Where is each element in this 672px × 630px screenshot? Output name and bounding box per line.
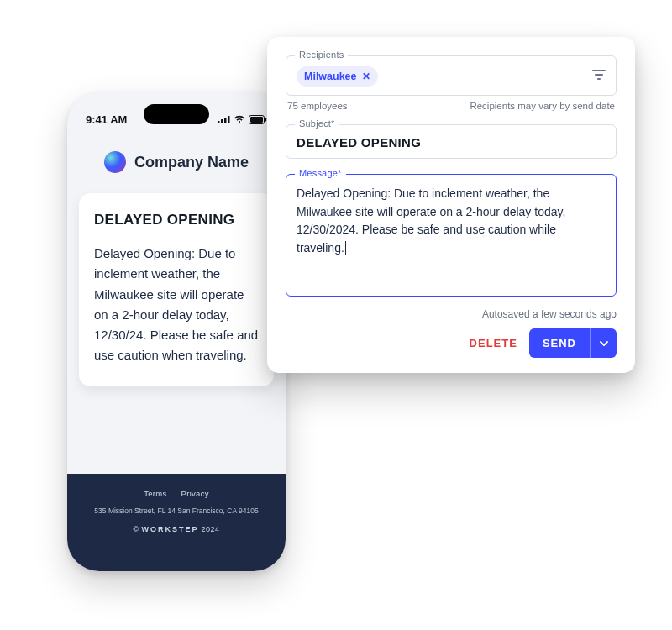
recipient-chip-label: Milwaukee: [304, 71, 357, 82]
svg-rect-9: [597, 78, 601, 80]
close-icon[interactable]: ✕: [362, 71, 370, 81]
send-button-group: SEND: [529, 328, 617, 358]
recipients-vary-note: Recipients may vary by send date: [470, 101, 615, 111]
subject-field[interactable]: Subject* DELAYED OPENING: [286, 124, 617, 159]
svg-rect-3: [228, 116, 230, 123]
message-field[interactable]: Message* Delayed Opening: Due to incleme…: [286, 174, 617, 297]
svg-rect-5: [250, 117, 263, 123]
subject-input[interactable]: DELAYED OPENING: [297, 135, 606, 150]
phone-status-icons: [218, 115, 267, 124]
notification-card-body: Delayed Opening: Due to inclement weathe…: [94, 244, 259, 366]
phone-time: 9:41 AM: [86, 113, 127, 126]
recipients-field[interactable]: Recipients Milwaukee ✕: [286, 55, 617, 96]
svg-rect-2: [224, 118, 227, 123]
svg-rect-0: [218, 121, 220, 123]
message-textarea[interactable]: Delayed Opening: Due to inclement weathe…: [297, 185, 606, 287]
footer-link-terms[interactable]: Terms: [144, 489, 166, 498]
wifi-icon: [234, 115, 245, 123]
svg-rect-7: [592, 70, 606, 71]
svg-rect-8: [595, 74, 603, 76]
subject-label: Subject*: [295, 118, 339, 129]
battery-icon: [249, 115, 267, 124]
notification-card-title: DELAYED OPENING: [94, 212, 259, 228]
svg-rect-1: [221, 119, 223, 123]
phone-mockup: 9:41 AM Company Name DELAYED OPENING Del…: [67, 92, 286, 571]
send-button[interactable]: SEND: [529, 328, 590, 358]
message-text: Delayed Opening: Due to inclement weathe…: [297, 186, 565, 255]
autosave-status: Autosaved a few seconds ago: [286, 308, 617, 320]
recipients-meta-row: 75 employees Recipients may vary by send…: [286, 101, 617, 111]
phone-company-header: Company Name: [67, 133, 286, 193]
phone-notch: [144, 104, 209, 124]
footer-copyright: © WORKSTEP 2024: [67, 525, 286, 533]
footer-address: 535 Mission Street, FL 14 San Francisco,…: [67, 507, 286, 515]
send-more-button[interactable]: [590, 328, 617, 358]
footer-brand: WORKSTEP: [142, 525, 199, 533]
filter-icon[interactable]: [592, 68, 606, 83]
svg-rect-6: [265, 118, 267, 121]
footer-link-privacy[interactable]: Privacy: [181, 489, 209, 498]
recipient-chip[interactable]: Milwaukee ✕: [297, 66, 378, 87]
chevron-down-icon: [600, 341, 608, 346]
action-row: DELETE SEND: [286, 328, 617, 358]
employee-count: 75 employees: [287, 101, 348, 111]
message-label: Message*: [295, 168, 346, 178]
notification-card: DELAYED OPENING Delayed Opening: Due to …: [79, 193, 274, 386]
delete-button[interactable]: DELETE: [470, 337, 517, 349]
company-logo: [104, 151, 126, 173]
footer-links: Terms Privacy: [67, 489, 286, 498]
phone-footer: Terms Privacy 535 Mission Street, FL 14 …: [67, 474, 286, 571]
company-name: Company Name: [134, 154, 249, 171]
recipients-label: Recipients: [295, 50, 348, 60]
text-caret: [345, 241, 346, 255]
footer-year: 2024: [202, 525, 220, 533]
compose-panel: Recipients Milwaukee ✕ 75 employees Reci…: [267, 37, 635, 373]
signal-icon: [218, 115, 230, 123]
